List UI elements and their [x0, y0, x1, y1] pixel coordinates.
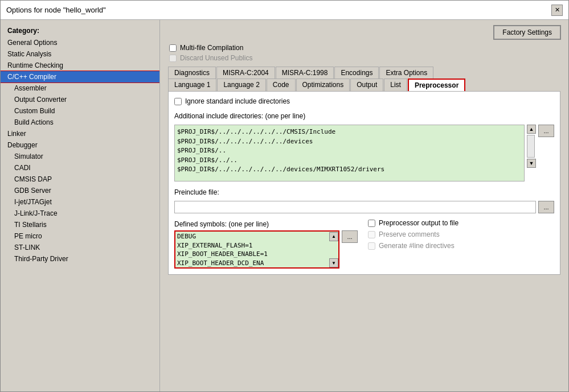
- title-bar: Options for node "hello_world" ✕: [1, 1, 568, 20]
- preinclude-input[interactable]: [174, 201, 536, 213]
- main-window: Options for node "hello_world" ✕ Categor…: [0, 0, 569, 392]
- generate-line-directives-label: Generate #line directives: [379, 242, 455, 250]
- additional-include-label: Additional include directories: (one per…: [174, 112, 554, 120]
- include-browse-button[interactable]: ...: [538, 125, 554, 137]
- sidebar-item-st-link[interactable]: ST-LINK: [1, 242, 159, 253]
- tab-extra-options[interactable]: Extra Options: [379, 67, 433, 79]
- include-dirs-content: $PROJ_DIR$/../../../../../../CMSIS/Inclu…: [177, 127, 522, 175]
- symbols-scroll-up[interactable]: ▲: [329, 232, 338, 241]
- include-dirs-area: $PROJ_DIR$/../../../../../../CMSIS/Inclu…: [174, 125, 554, 181]
- sidebar-item-build-actions[interactable]: Build Actions: [1, 117, 159, 128]
- sidebar-item-simulator[interactable]: Simulator: [1, 151, 159, 162]
- sidebar-item-cmsis-dap[interactable]: CMSIS DAP: [1, 174, 159, 185]
- content-area: Category: General Options Static Analysi…: [1, 20, 568, 391]
- discard-checkbox: [169, 55, 177, 62]
- preserve-comments-label: Preserve comments: [379, 230, 440, 238]
- tabs-container: Diagnostics MISRA-C:2004 MISRA-C:1998 En…: [168, 67, 560, 275]
- tab-output[interactable]: Output: [350, 79, 383, 91]
- multifile-label: Multi-file Compilation: [180, 44, 243, 52]
- symbol-xip-boot-dcd: XIP_BOOT_HEADER_DCD_ENA: [175, 259, 329, 267]
- sidebar-item-runtime-checking[interactable]: Runtime Checking: [1, 60, 159, 71]
- ignore-row: Ignore standard include directories: [174, 97, 554, 105]
- sidebar-item-assembler[interactable]: Assembler: [1, 82, 159, 94]
- sidebar-item-jlink-jtrace[interactable]: J-Link/J-Trace: [1, 208, 159, 219]
- ignore-std-include-label: Ignore standard include directories: [185, 97, 290, 105]
- symbol-row-2: XIP_BOOT_HEADER_ENABLE=1: [175, 250, 338, 258]
- discard-row: Discard Unused Publics: [169, 54, 560, 62]
- sidebar: Category: General Options Static Analysi…: [1, 20, 160, 391]
- discard-label: Discard Unused Publics: [180, 54, 252, 62]
- preserve-comments-row: Preserve comments: [368, 230, 459, 238]
- preproc-output-checkbox[interactable]: [368, 220, 375, 227]
- preserve-comments-checkbox: [368, 231, 375, 238]
- tab-encodings[interactable]: Encodings: [334, 67, 379, 79]
- symbol-row-1: XIP_EXTERNAL_FLASH=1: [175, 241, 338, 250]
- preprocessor-output-area: Preprocessor output to file Preserve com…: [368, 218, 459, 250]
- multifile-checkbox[interactable]: [169, 44, 177, 52]
- preproc-output-label: Preprocessor output to file: [379, 219, 459, 227]
- checkboxes-area: Multi-file Compilation Discard Unused Pu…: [168, 44, 560, 62]
- generate-line-directives-checkbox: [368, 242, 375, 250]
- sidebar-item-gdb-server[interactable]: GDB Server: [1, 185, 159, 196]
- tabs-row2: Language 1 Language 2 Code Optimizations…: [168, 79, 560, 91]
- tab-diagnostics[interactable]: Diagnostics: [168, 67, 216, 79]
- symbols-box[interactable]: DEBUG ▲ XIP_EXTERNAL_FLASH=1 XIP_BOOT_HE…: [174, 230, 339, 269]
- symbol-xip-boot-header: XIP_BOOT_HEADER_ENABLE=1: [175, 250, 330, 258]
- tab-misra-c-2004[interactable]: MISRA-C:2004: [216, 67, 275, 79]
- sidebar-item-linker[interactable]: Linker: [1, 128, 159, 139]
- sidebar-item-debugger[interactable]: Debugger: [1, 139, 159, 151]
- symbols-scroll-down[interactable]: ▼: [329, 258, 338, 267]
- close-icon: ✕: [555, 6, 560, 14]
- symbols-box-wrapper: DEBUG ▲ XIP_EXTERNAL_FLASH=1 XIP_BOOT_HE…: [174, 230, 362, 269]
- sidebar-item-third-party-driver[interactable]: Third-Party Driver: [1, 253, 159, 265]
- sidebar-item-ijet-jtagjet[interactable]: I-jet/JTAGjet: [1, 196, 159, 208]
- preinclude-label: Preinclude file:: [174, 188, 554, 196]
- category-label: Category:: [1, 24, 159, 37]
- preproc-output-row: Preprocessor output to file: [368, 219, 459, 227]
- symbols-first-line-row: DEBUG ▲: [175, 232, 338, 241]
- tab-language1[interactable]: Language 1: [168, 79, 216, 91]
- ignore-std-include-checkbox[interactable]: [174, 98, 182, 105]
- sidebar-item-cpp-compiler[interactable]: C/C++ Compiler: [1, 71, 159, 82]
- tabs-row1: Diagnostics MISRA-C:2004 MISRA-C:1998 En…: [168, 67, 560, 79]
- generate-line-directives-row: Generate #line directives: [368, 242, 459, 250]
- tab-code[interactable]: Code: [267, 79, 296, 91]
- include-scroll-down[interactable]: ▼: [527, 159, 536, 168]
- window-title: Options for node "hello_world": [6, 6, 106, 14]
- preinclude-row: ...: [174, 201, 554, 213]
- sidebar-item-output-converter[interactable]: Output Converter: [1, 94, 159, 105]
- tab-panel-preprocessor: Ignore standard include directories Addi…: [168, 91, 560, 275]
- preinclude-browse-button[interactable]: ...: [538, 201, 554, 213]
- sidebar-item-static-analysis[interactable]: Static Analysis: [1, 48, 159, 60]
- tab-list[interactable]: List: [384, 79, 407, 91]
- include-scroll-track[interactable]: [527, 135, 535, 158]
- tab-preprocessor[interactable]: Preprocessor: [408, 79, 465, 91]
- top-row: Factory Settings: [168, 26, 560, 39]
- symbol-xip-flash: XIP_EXTERNAL_FLASH=1: [175, 241, 330, 250]
- multifile-row: Multi-file Compilation: [169, 44, 560, 52]
- defined-symbols-left: Defined symbols: (one per line) DEBUG ▲: [174, 218, 362, 269]
- symbol-debug: DEBUG: [175, 232, 329, 241]
- close-button[interactable]: ✕: [551, 5, 563, 16]
- tab-misra-c-1998[interactable]: MISRA-C:1998: [276, 67, 334, 79]
- include-scrollbar: ▲ ▼: [527, 125, 536, 168]
- include-scroll-up[interactable]: ▲: [527, 125, 536, 134]
- tab-language2[interactable]: Language 2: [217, 79, 265, 91]
- sidebar-item-general-options[interactable]: General Options: [1, 37, 159, 48]
- symbols-browse-button[interactable]: ...: [342, 230, 358, 243]
- main-panel: Factory Settings Multi-file Compilation …: [160, 20, 568, 391]
- defined-symbols-label: Defined symbols: (one per line): [174, 220, 362, 228]
- sidebar-item-cadi[interactable]: CADI: [1, 162, 159, 174]
- sidebar-item-custom-build[interactable]: Custom Build: [1, 105, 159, 117]
- defined-symbols-area: Defined symbols: (one per line) DEBUG ▲: [174, 218, 554, 269]
- include-dirs-box[interactable]: $PROJ_DIR$/../../../../../../CMSIS/Inclu…: [174, 125, 525, 181]
- factory-settings-button[interactable]: Factory Settings: [494, 26, 560, 39]
- symbol-row-3: XIP_BOOT_HEADER_DCD_ENA ▼: [175, 258, 338, 267]
- sidebar-item-pe-micro[interactable]: PE micro: [1, 230, 159, 242]
- sidebar-item-ti-stellaris[interactable]: TI Stellaris: [1, 219, 159, 230]
- tab-optimizations[interactable]: Optimizations: [296, 79, 350, 91]
